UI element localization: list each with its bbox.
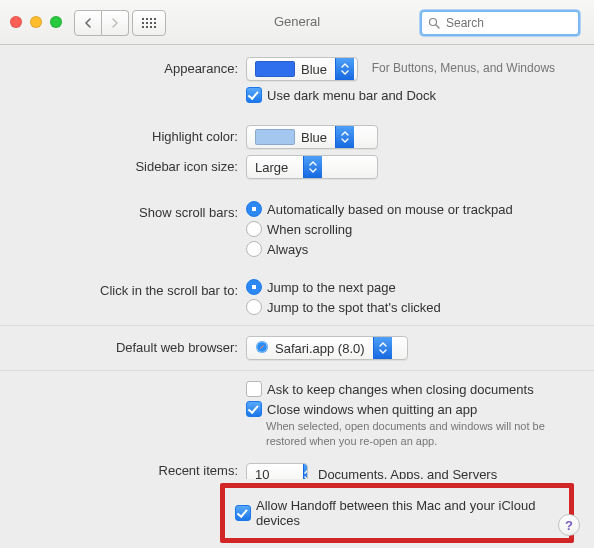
svg-line-1	[436, 25, 439, 28]
content: Appearance: Blue For Buttons, Menus, and…	[0, 45, 594, 548]
help-button[interactable]: ?	[558, 514, 580, 536]
traffic-lights	[10, 0, 62, 44]
scroll-click-label: Click in the scroll bar to:	[20, 279, 246, 298]
search-icon	[428, 17, 440, 29]
ask-changes-checkbox[interactable]: Ask to keep changes when closing documen…	[246, 381, 574, 397]
scrollbars-option-when-scrolling[interactable]: When scrolling	[246, 221, 574, 237]
scrollbars-option-label: When scrolling	[267, 222, 352, 237]
highlight-value: Blue	[301, 130, 327, 145]
search-input[interactable]	[444, 15, 572, 31]
scroll-click-row: Click in the scroll bar to: Jump to the …	[20, 279, 574, 315]
nav-group	[74, 10, 129, 36]
dark-menu-checkbox[interactable]: Use dark menu bar and Dock	[246, 87, 574, 103]
recent-items-value: 10	[255, 467, 269, 479]
default-browser-row: Default web browser: Safari.app (8.0)	[20, 336, 574, 360]
toolbar: General	[0, 0, 594, 45]
recent-items-popup[interactable]: 10	[246, 463, 308, 479]
close-windows-hint: When selected, open documents and window…	[266, 419, 566, 449]
grid-icon	[142, 18, 156, 28]
popup-arrows-icon	[373, 337, 392, 359]
recent-items-label: Recent items:	[20, 463, 246, 478]
popup-arrows-icon	[335, 58, 354, 80]
search-field[interactable]	[420, 10, 580, 36]
prefs-window: General Appearance: Blue For Buttons, Me…	[0, 0, 594, 548]
show-all-button[interactable]	[132, 10, 166, 36]
chevron-left-icon	[84, 18, 92, 28]
checkbox-icon	[246, 401, 262, 417]
default-browser-value: Safari.app (8.0)	[275, 341, 365, 356]
scroll-click-option-label: Jump to the spot that's clicked	[267, 300, 441, 315]
highlight-popup[interactable]: Blue	[246, 125, 378, 149]
blue-swatch-icon	[255, 61, 295, 77]
scroll-click-option-spot[interactable]: Jump to the spot that's clicked	[246, 299, 574, 315]
appearance-hint: For Buttons, Menus, and Windows	[372, 61, 555, 75]
svg-point-0	[430, 19, 437, 26]
radio-icon	[246, 299, 262, 315]
popup-arrows-icon	[303, 156, 322, 178]
sidebar-size-row: Sidebar icon size: Large	[20, 155, 574, 179]
handoff-label: Allow Handoff between this Mac and your …	[256, 498, 559, 528]
scrollbars-option-always[interactable]: Always	[246, 241, 574, 257]
ask-changes-label: Ask to keep changes when closing documen…	[267, 382, 534, 397]
close-windows-label: Close windows when quitting an app	[267, 402, 477, 417]
checkbox-icon	[246, 381, 262, 397]
scroll-click-option-label: Jump to the next page	[267, 280, 396, 295]
help-glyph: ?	[565, 518, 573, 533]
chevron-right-icon	[111, 18, 119, 28]
scrollbars-option-label: Automatically based on mouse or trackpad	[267, 202, 513, 217]
sidebar-size-popup[interactable]: Large	[246, 155, 378, 179]
documents-row: Ask to keep changes when closing documen…	[20, 381, 574, 449]
scrollbars-label: Show scroll bars:	[20, 201, 246, 220]
zoom-button[interactable]	[50, 16, 62, 28]
appearance-label: Appearance:	[20, 57, 246, 76]
default-browser-label: Default web browser:	[20, 336, 246, 355]
appearance-value: Blue	[301, 62, 327, 77]
checkbox-icon	[246, 87, 262, 103]
safari-icon	[255, 340, 269, 357]
popup-arrows-icon	[303, 464, 308, 479]
highlight-swatch-icon	[255, 129, 295, 145]
scrollbars-row: Show scroll bars: Automatically based on…	[20, 201, 574, 257]
recent-items-suffix: Documents, Apps, and Servers	[318, 467, 497, 479]
appearance-row: Appearance: Blue For Buttons, Menus, and…	[20, 57, 574, 103]
close-button[interactable]	[10, 16, 22, 28]
dark-menu-label: Use dark menu bar and Dock	[267, 88, 436, 103]
radio-icon	[246, 241, 262, 257]
radio-icon	[246, 221, 262, 237]
close-windows-checkbox[interactable]: Close windows when quitting an app	[246, 401, 574, 417]
back-button[interactable]	[74, 10, 102, 36]
recent-items-row: Recent items: 10 Documents, Apps, and Se…	[20, 463, 574, 479]
checkbox-icon	[235, 505, 251, 521]
scrollbars-option-label: Always	[267, 242, 308, 257]
forward-button[interactable]	[102, 10, 129, 36]
handoff-checkbox[interactable]: Allow Handoff between this Mac and your …	[235, 498, 559, 528]
highlight-label: Highlight color:	[20, 125, 246, 144]
default-browser-popup[interactable]: Safari.app (8.0)	[246, 336, 408, 360]
sidebar-size-label: Sidebar icon size:	[20, 155, 246, 174]
appearance-popup[interactable]: Blue	[246, 57, 358, 81]
minimize-button[interactable]	[30, 16, 42, 28]
radio-icon	[246, 201, 262, 217]
popup-arrows-icon	[335, 126, 354, 148]
scrollbars-option-auto[interactable]: Automatically based on mouse or trackpad	[246, 201, 574, 217]
handoff-highlight: Allow Handoff between this Mac and your …	[220, 483, 574, 543]
highlight-row: Highlight color: Blue	[20, 125, 574, 149]
scroll-click-option-next-page[interactable]: Jump to the next page	[246, 279, 574, 295]
radio-icon	[246, 279, 262, 295]
sidebar-size-value: Large	[255, 160, 288, 175]
